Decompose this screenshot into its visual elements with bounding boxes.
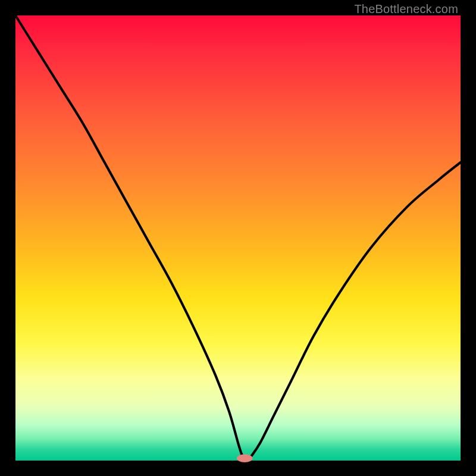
plot-area [15,15,461,461]
curve-layer [15,15,461,461]
optimum-marker [237,455,253,462]
watermark-text: TheBottleneck.com [354,2,458,16]
bottleneck-curve-path [15,15,461,461]
chart-stage: TheBottleneck.com [0,0,476,476]
